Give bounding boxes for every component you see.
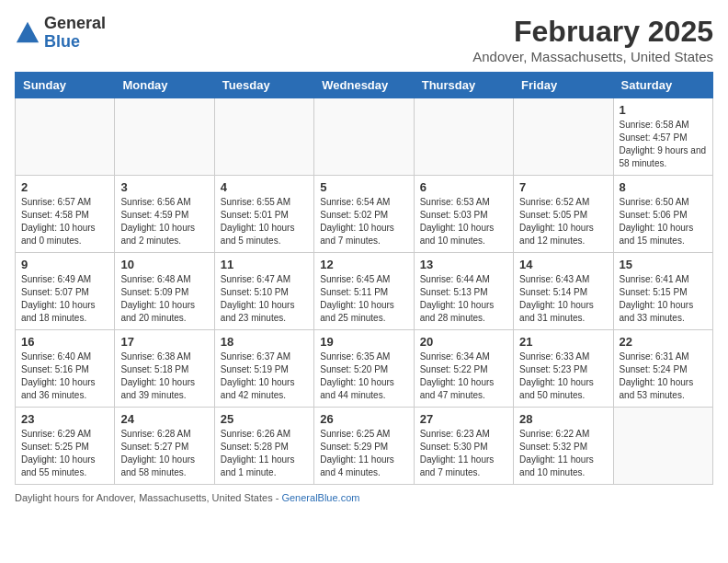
logo-text: General Blue [44,15,106,52]
title-section: February 2025 Andover, Massachusetts, Un… [472,15,713,64]
subtitle: Andover, Massachusetts, United States [472,49,713,64]
day-info: Sunrise: 6:48 AM Sunset: 5:09 PM Dayligh… [120,273,208,325]
calendar-cell [16,98,115,176]
calendar-cell: 27Sunrise: 6:23 AM Sunset: 5:30 PM Dayli… [414,408,513,485]
svg-marker-0 [17,22,39,42]
day-info: Sunrise: 6:33 AM Sunset: 5:23 PM Dayligh… [519,350,607,402]
calendar-cell: 21Sunrise: 6:33 AM Sunset: 5:23 PM Dayli… [514,330,613,408]
day-info: Sunrise: 6:47 AM Sunset: 5:10 PM Dayligh… [221,273,308,325]
calendar-cell: 17Sunrise: 6:38 AM Sunset: 5:18 PM Dayli… [115,330,214,408]
calendar-cell: 20Sunrise: 6:34 AM Sunset: 5:22 PM Dayli… [414,330,513,408]
week-row-1: 2Sunrise: 6:57 AM Sunset: 4:58 PM Daylig… [16,176,713,253]
day-number: 23 [21,412,108,426]
header-row: SundayMondayTuesdayWednesdayThursdayFrid… [16,73,713,98]
day-number: 22 [620,335,707,349]
calendar-cell: 16Sunrise: 6:40 AM Sunset: 5:16 PM Dayli… [16,330,115,408]
day-info: Sunrise: 6:40 AM Sunset: 5:16 PM Dayligh… [21,350,108,402]
calendar: SundayMondayTuesdayWednesdayThursdayFrid… [15,72,713,485]
day-info: Sunrise: 6:22 AM Sunset: 5:32 PM Dayligh… [519,428,607,479]
calendar-cell: 7Sunrise: 6:52 AM Sunset: 5:05 PM Daylig… [514,176,613,253]
day-info: Sunrise: 6:56 AM Sunset: 4:59 PM Dayligh… [120,196,208,247]
day-number: 19 [320,335,407,349]
day-number: 4 [221,180,308,194]
logo-blue: Blue [44,33,106,52]
footer-link[interactable]: GeneralBlue.com [281,492,359,503]
calendar-cell: 1Sunrise: 6:58 AM Sunset: 4:57 PM Daylig… [613,98,712,176]
week-row-3: 16Sunrise: 6:40 AM Sunset: 5:16 PM Dayli… [16,330,713,408]
logo: General Blue [15,15,106,52]
day-number: 9 [21,258,108,271]
logo-icon [15,20,40,46]
calendar-cell: 26Sunrise: 6:25 AM Sunset: 5:29 PM Dayli… [314,408,414,485]
page-header: General Blue February 2025 Andover, Mass… [15,15,713,64]
day-number: 14 [519,258,607,271]
calendar-cell: 10Sunrise: 6:48 AM Sunset: 5:09 PM Dayli… [115,253,214,330]
day-info: Sunrise: 6:34 AM Sunset: 5:22 PM Dayligh… [420,350,507,402]
day-info: Sunrise: 6:50 AM Sunset: 5:06 PM Dayligh… [620,196,707,247]
day-number: 8 [620,180,707,194]
calendar-cell: 11Sunrise: 6:47 AM Sunset: 5:10 PM Dayli… [214,253,313,330]
header-day-tuesday: Tuesday [214,73,313,98]
calendar-cell: 5Sunrise: 6:54 AM Sunset: 5:02 PM Daylig… [314,176,414,253]
calendar-cell: 23Sunrise: 6:29 AM Sunset: 5:25 PM Dayli… [16,408,115,485]
day-info: Sunrise: 6:25 AM Sunset: 5:29 PM Dayligh… [320,428,407,479]
day-info: Sunrise: 6:37 AM Sunset: 5:19 PM Dayligh… [221,350,308,402]
calendar-cell: 6Sunrise: 6:53 AM Sunset: 5:03 PM Daylig… [414,176,513,253]
day-number: 10 [120,258,208,271]
day-number: 25 [221,412,308,426]
calendar-cell [414,98,513,176]
calendar-cell: 12Sunrise: 6:45 AM Sunset: 5:11 PM Dayli… [314,253,414,330]
calendar-cell: 18Sunrise: 6:37 AM Sunset: 5:19 PM Dayli… [214,330,313,408]
footer: Daylight hours for Andover, Massachusett… [15,492,713,503]
footer-text: Daylight hours [15,492,79,503]
calendar-cell: 8Sunrise: 6:50 AM Sunset: 5:06 PM Daylig… [613,176,712,253]
header-day-saturday: Saturday [613,73,712,98]
day-info: Sunrise: 6:23 AM Sunset: 5:30 PM Dayligh… [420,428,507,479]
calendar-cell: 9Sunrise: 6:49 AM Sunset: 5:07 PM Daylig… [16,253,115,330]
day-number: 13 [420,258,507,271]
day-number: 12 [320,258,407,271]
calendar-cell [214,98,313,176]
day-number: 1 [620,103,707,117]
calendar-cell: 4Sunrise: 6:55 AM Sunset: 5:01 PM Daylig… [214,176,313,253]
day-info: Sunrise: 6:35 AM Sunset: 5:20 PM Dayligh… [320,350,407,402]
day-info: Sunrise: 6:58 AM Sunset: 4:57 PM Dayligh… [620,119,707,170]
week-row-2: 9Sunrise: 6:49 AM Sunset: 5:07 PM Daylig… [16,253,713,330]
day-info: Sunrise: 6:41 AM Sunset: 5:15 PM Dayligh… [620,273,707,325]
calendar-cell [613,408,712,485]
day-number: 7 [519,180,607,194]
logo-general: General [44,15,106,33]
day-info: Sunrise: 6:49 AM Sunset: 5:07 PM Dayligh… [21,273,108,325]
week-row-4: 23Sunrise: 6:29 AM Sunset: 5:25 PM Dayli… [16,408,713,485]
calendar-cell: 22Sunrise: 6:31 AM Sunset: 5:24 PM Dayli… [613,330,712,408]
calendar-cell: 19Sunrise: 6:35 AM Sunset: 5:20 PM Dayli… [314,330,414,408]
day-info: Sunrise: 6:44 AM Sunset: 5:13 PM Dayligh… [420,273,507,325]
day-number: 16 [21,335,108,349]
calendar-cell: 2Sunrise: 6:57 AM Sunset: 4:58 PM Daylig… [16,176,115,253]
calendar-cell: 14Sunrise: 6:43 AM Sunset: 5:14 PM Dayli… [514,253,613,330]
day-number: 2 [21,180,108,194]
calendar-header: SundayMondayTuesdayWednesdayThursdayFrid… [16,73,713,98]
calendar-body: 1Sunrise: 6:58 AM Sunset: 4:57 PM Daylig… [16,98,713,485]
header-day-wednesday: Wednesday [314,73,414,98]
day-info: Sunrise: 6:38 AM Sunset: 5:18 PM Dayligh… [120,350,208,402]
calendar-cell: 3Sunrise: 6:56 AM Sunset: 4:59 PM Daylig… [115,176,214,253]
calendar-cell: 28Sunrise: 6:22 AM Sunset: 5:32 PM Dayli… [514,408,613,485]
day-number: 26 [320,412,407,426]
day-number: 11 [221,258,308,271]
header-day-monday: Monday [115,73,214,98]
day-info: Sunrise: 6:28 AM Sunset: 5:27 PM Dayligh… [120,428,208,479]
day-number: 5 [320,180,407,194]
header-day-friday: Friday [514,73,613,98]
day-info: Sunrise: 6:53 AM Sunset: 5:03 PM Dayligh… [420,196,507,247]
calendar-cell [514,98,613,176]
calendar-cell [115,98,214,176]
day-number: 24 [120,412,208,426]
day-number: 28 [519,412,607,426]
day-info: Sunrise: 6:45 AM Sunset: 5:11 PM Dayligh… [320,273,407,325]
day-info: Sunrise: 6:31 AM Sunset: 5:24 PM Dayligh… [620,350,707,402]
day-number: 18 [221,335,308,349]
day-info: Sunrise: 6:52 AM Sunset: 5:05 PM Dayligh… [519,196,607,247]
calendar-cell: 24Sunrise: 6:28 AM Sunset: 5:27 PM Dayli… [115,408,214,485]
day-number: 15 [620,258,707,271]
